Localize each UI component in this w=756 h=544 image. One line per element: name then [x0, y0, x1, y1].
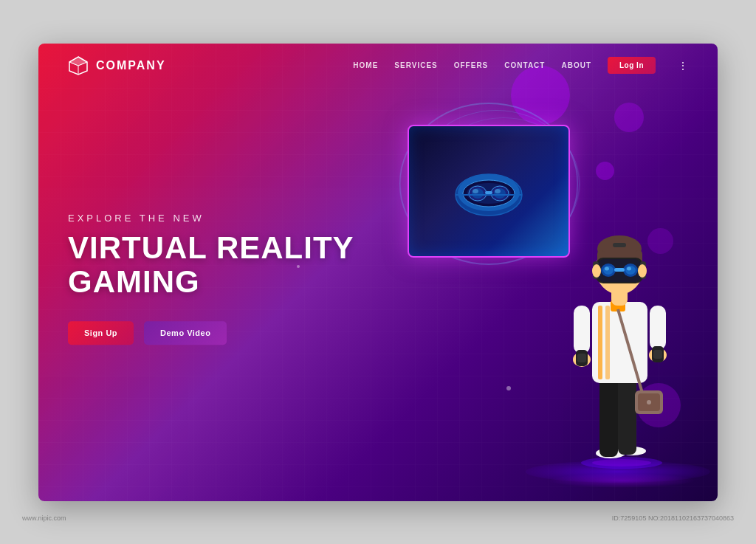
svg-point-51: [627, 266, 631, 270]
svg-point-48: [605, 266, 609, 270]
watermark-right: ID:7259105 NO:20181102163737040863: [612, 514, 734, 522]
svg-point-18: [592, 459, 651, 466]
title-line1: VIRTUAL REALITY: [68, 230, 354, 265]
svg-point-16: [495, 189, 501, 193]
watermark-left: www.nipic.com: [22, 514, 66, 522]
svg-point-57: [638, 264, 647, 278]
nav-links: HOME SERVICES OFFERS CONTACT ABOUT Log I…: [353, 57, 688, 74]
cube-icon: [68, 55, 89, 76]
navbar: COMPANY HOME SERVICES OFFERS CONTACT ABO…: [38, 44, 718, 88]
svg-point-30: [647, 400, 651, 404]
logo-area: COMPANY: [68, 55, 353, 76]
svg-rect-34: [577, 354, 586, 362]
vr-screen: [408, 125, 570, 258]
svg-rect-25: [605, 306, 610, 379]
svg-rect-52: [614, 268, 625, 272]
explore-text: EXPLORE THE NEW: [68, 213, 354, 224]
svg-rect-55: [613, 243, 626, 247]
button-group: Sign Up Demo Video: [68, 321, 354, 345]
nav-more-dots[interactable]: ⋮: [678, 60, 688, 72]
vr-helmet-svg: [441, 154, 537, 228]
page-background: www.nipic.com ID:7259105 NO:201811021637…: [0, 0, 756, 544]
svg-rect-31: [574, 306, 590, 354]
hero-section: COMPANY HOME SERVICES OFFERS CONTACT ABO…: [38, 44, 718, 501]
nav-services[interactable]: SERVICES: [394, 61, 437, 69]
logo-text: COMPANY: [96, 59, 166, 72]
main-title: VIRTUAL REALITY GAMING: [68, 231, 354, 299]
svg-point-50: [625, 266, 636, 275]
nav-home[interactable]: HOME: [353, 61, 378, 69]
demo-button[interactable]: Demo Video: [144, 321, 227, 345]
nav-about[interactable]: ABOUT: [561, 61, 591, 69]
login-button[interactable]: Log In: [608, 57, 656, 74]
svg-rect-35: [650, 306, 666, 350]
svg-rect-24: [598, 306, 602, 379]
nav-offers[interactable]: OFFERS: [454, 61, 489, 69]
svg-marker-1: [69, 57, 87, 66]
svg-rect-13: [485, 191, 492, 194]
svg-point-15: [472, 189, 478, 193]
platform-glow-inner: [548, 473, 695, 488]
svg-point-56: [592, 264, 601, 278]
svg-rect-21: [599, 376, 618, 457]
nav-contact[interactable]: CONTACT: [504, 61, 545, 69]
svg-rect-38: [653, 350, 662, 359]
svg-point-47: [603, 266, 614, 275]
illustration-area: [348, 44, 718, 501]
page-wrapper: COMPANY HOME SERVICES OFFERS CONTACT ABO…: [38, 44, 718, 501]
vr-person-illustration: [548, 191, 681, 472]
svg-rect-22: [618, 376, 636, 455]
vr-screen-inner: [409, 126, 568, 256]
hero-content: EXPLORE THE NEW VIRTUAL REALITY GAMING S…: [68, 213, 354, 345]
signup-button[interactable]: Sign Up: [68, 321, 134, 345]
title-line2: GAMING: [68, 264, 200, 299]
